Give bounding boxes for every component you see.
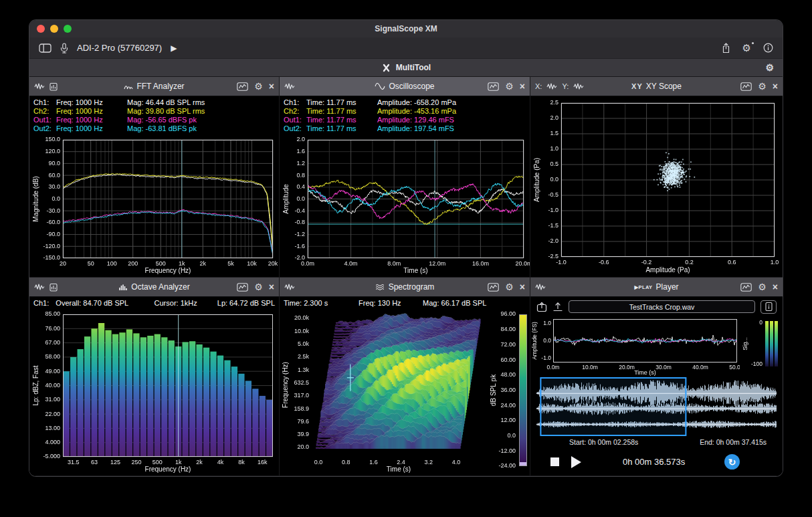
- spectrogram-plot-container: [280, 309, 487, 476]
- live-signal-icon[interactable]: [34, 82, 45, 90]
- octave-plot[interactable]: [29, 309, 279, 476]
- share-icon[interactable]: [722, 43, 730, 54]
- panel-oscilloscope: Oscilloscope ⚙ × Ch1:Time: 11.77 msAmpli…: [280, 77, 530, 278]
- player-settings-button[interactable]: ⚙: [758, 282, 767, 292]
- fft-readout-ch1: Ch1:Freq: 1000 HzMag: 46.44 dB SPL rms: [33, 98, 275, 107]
- oscilloscope-plot[interactable]: [280, 134, 530, 277]
- xy-close-button[interactable]: ×: [773, 82, 778, 91]
- minimize-window-button[interactable]: [50, 25, 58, 33]
- octave-panel-title-text: Octave Analyzer: [131, 282, 189, 292]
- export-audio-icon[interactable]: [536, 302, 547, 312]
- octave-header-actions: ⚙ ×: [237, 282, 274, 292]
- octave-panel-header: Octave Analyzer ⚙ ×: [29, 278, 279, 297]
- spectrogram-settings-button[interactable]: ⚙: [505, 282, 514, 292]
- spectrogram-close-button[interactable]: ×: [520, 282, 525, 292]
- chart-options-icon[interactable]: [740, 283, 752, 292]
- oscilloscope-header-left: [284, 82, 295, 90]
- live-signal-icon[interactable]: [284, 82, 295, 90]
- panel-xy-scope: X: Y: XY XY Scope: [530, 77, 783, 278]
- live-signal-icon[interactable]: [34, 283, 45, 291]
- player-close-button[interactable]: ×: [773, 282, 778, 292]
- sine-icon: [375, 83, 385, 90]
- multitool-title: MultiTool: [396, 63, 431, 72]
- y-signal-icon[interactable]: [573, 82, 584, 90]
- panel-grid: FFT Analyzer ⚙ × Ch1:Freq: 1000 HzMag: 4…: [29, 77, 783, 476]
- stored-signal-icon[interactable]: [49, 283, 58, 292]
- signal-meter: [740, 316, 783, 377]
- run-button[interactable]: ▶: [171, 43, 177, 53]
- player-waveform-container: [536, 377, 777, 436]
- fft-readouts: Ch1:Freq: 1000 HzMag: 46.44 dB SPL rms C…: [29, 96, 279, 134]
- info-icon[interactable]: [763, 43, 773, 53]
- chart-options-icon[interactable]: [237, 283, 248, 292]
- fft-close-button[interactable]: ×: [269, 82, 274, 91]
- fft-readout-ch2: Ch2:Freq: 1000 HzMag: 39.80 dB SPL rms: [33, 107, 275, 116]
- chart-options-icon[interactable]: [740, 82, 752, 91]
- loop-button[interactable]: ↻: [724, 454, 740, 470]
- audio-file-name[interactable]: TestTracks Crop.wav: [569, 300, 755, 313]
- spectrogram-readout: Time: 2.300 s Freq: 130 Hz Mag: 66.17 dB…: [284, 299, 526, 308]
- titlebar: SignalScope XM: [29, 20, 783, 37]
- xy-settings-button[interactable]: ⚙: [758, 82, 767, 91]
- player-waveform[interactable]: [536, 377, 777, 436]
- selection-range-row: Start: 0h 00m 02.258s End: 0h 00m 37.415…: [530, 436, 783, 448]
- x-signal-icon[interactable]: [546, 82, 557, 90]
- scope-readout-out1: Out1:Time: 11.77 msAmplitude: 129.46 mFS: [284, 116, 526, 124]
- player-panel-header: ▶PLAY Player ⚙ ×: [530, 278, 783, 297]
- fft-readout-out2: Out2:Freq: 1000 HzMag: -63.81 dBFS pk: [33, 124, 275, 133]
- app-window: SignalScope XM ADI-2 Pro (57760297) ▶: [29, 20, 783, 476]
- microphone-icon[interactable]: [60, 43, 68, 54]
- oscilloscope-panel-header: Oscilloscope ⚙ ×: [280, 77, 530, 96]
- fft-readout-out1: Out1:Freq: 1000 HzMag: -56.65 dBFS pk: [33, 116, 275, 124]
- spectrogram-colorbar-container: [487, 309, 530, 476]
- spectrogram-panel-title-text: Spectrogram: [389, 282, 435, 292]
- xy-chart-area: [530, 96, 783, 277]
- sidebar-toggle-icon[interactable]: [39, 43, 52, 53]
- oscilloscope-settings-button[interactable]: ⚙: [505, 82, 514, 91]
- chart-options-icon[interactable]: [488, 283, 499, 292]
- device-selector[interactable]: ADI-2 Pro (57760297): [77, 43, 162, 53]
- octave-settings-button[interactable]: ⚙: [254, 282, 263, 292]
- xy-plot[interactable]: [530, 96, 783, 277]
- close-window-button[interactable]: [37, 25, 45, 33]
- stop-button[interactable]: [550, 457, 559, 466]
- fft-chart-area: [29, 134, 279, 277]
- octave-close-button[interactable]: ×: [269, 282, 274, 292]
- fft-panel-title-text: FFT Analyzer: [136, 82, 184, 91]
- share-audio-icon[interactable]: [552, 302, 563, 312]
- spectrogram-header-actions: ⚙ ×: [488, 282, 525, 292]
- zoom-window-button[interactable]: [64, 25, 72, 33]
- player-file-row: TestTracks Crop.wav: [530, 297, 783, 316]
- stored-signal-icon[interactable]: [49, 82, 58, 91]
- xy-panel-header: X: Y: XY XY Scope: [530, 77, 783, 96]
- octave-chart-area: [29, 309, 279, 476]
- fft-panel-header: FFT Analyzer ⚙ ×: [29, 77, 279, 96]
- multitool-settings-button[interactable]: ⚙: [765, 63, 774, 72]
- fft-header-left: [34, 82, 58, 91]
- oscilloscope-close-button[interactable]: ×: [520, 82, 525, 91]
- spectrogram-plot[interactable]: [280, 309, 487, 476]
- spectrogram-panel-header: Spectrogram ⚙ ×: [280, 278, 530, 297]
- fft-header-actions: ⚙ ×: [237, 82, 274, 91]
- chart-options-icon[interactable]: [488, 82, 499, 91]
- fft-plot[interactable]: [29, 134, 279, 277]
- player-overview-container: [530, 316, 740, 377]
- panel-spectrogram: Spectrogram ⚙ × Time: 2.300 s Freq: 130 …: [280, 278, 530, 476]
- oscilloscope-header-actions: ⚙ ×: [488, 82, 525, 91]
- chart-options-icon[interactable]: [237, 82, 248, 91]
- xy-icon: XY: [631, 82, 643, 90]
- panel-player: ▶PLAY Player ⚙ ×: [530, 278, 783, 476]
- play-button[interactable]: [571, 456, 581, 468]
- panel-octave-analyzer: Octave Analyzer ⚙ × Ch1: Overall: 84.70 …: [29, 278, 280, 476]
- spectrogram-readouts: Time: 2.300 s Freq: 130 Hz Mag: 66.17 dB…: [280, 297, 530, 309]
- live-signal-icon[interactable]: [284, 283, 295, 291]
- player-overview-plot[interactable]: [530, 316, 740, 377]
- fft-settings-button[interactable]: ⚙: [254, 82, 263, 91]
- play-tag-icon: ▶PLAY: [634, 284, 652, 290]
- file-info-button[interactable]: [760, 300, 777, 314]
- advanced-settings-gear-icon[interactable]: ⚙: [742, 43, 751, 53]
- scope-readout-ch1: Ch1:Time: 11.77 msAmplitude: -658.20 mPa: [284, 98, 526, 107]
- spectrogram-header-left: [284, 283, 295, 291]
- octave-header-left: [34, 283, 58, 292]
- live-signal-icon[interactable]: [535, 283, 546, 291]
